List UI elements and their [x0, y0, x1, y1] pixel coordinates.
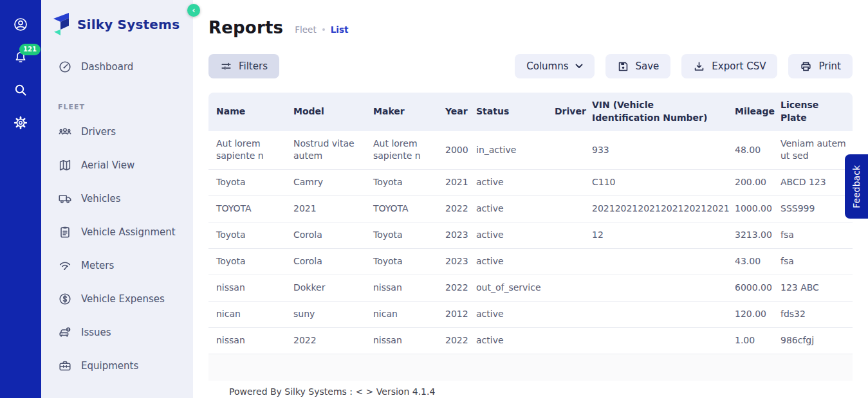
table-cell: nissan	[208, 275, 286, 301]
sidebar-item-vehicle-expenses[interactable]: Vehicle Expenses	[41, 282, 193, 316]
printer-icon	[800, 60, 812, 73]
table-row[interactable]: Toyota Corola Toyota 2023 active 43.00 f…	[208, 249, 853, 275]
column-header-license-plate[interactable]: License Plate	[773, 93, 853, 131]
table-header-row: Name Model Maker Year Status Driver VIN …	[208, 93, 853, 131]
search-icon[interactable]	[13, 82, 28, 98]
table-cell: active	[468, 328, 547, 354]
table-body: Aut lorem sapiente n Nostrud vitae autem…	[208, 131, 853, 354]
table-cell	[584, 328, 727, 354]
sidebar: Silky Systems Dashboard FLEET Drivers	[41, 0, 193, 398]
feedback-tab[interactable]: Feedback	[845, 154, 868, 219]
clipboard-icon	[58, 225, 72, 239]
sidebar-item-equipments[interactable]: Equipments	[41, 349, 193, 383]
table-cell: fsa	[773, 222, 853, 248]
table-cell	[584, 275, 727, 301]
table-cell: 2012	[438, 302, 468, 327]
column-header-vin[interactable]: VIN (Vehicle Identification Number)	[584, 93, 727, 131]
toolbar-actions: Columns Save Export CSV	[515, 54, 853, 78]
sidebar-item-label: Vehicle Assignment	[81, 226, 176, 238]
column-header-driver[interactable]: Driver	[547, 93, 584, 131]
column-header-mileage[interactable]: Mileage	[727, 93, 773, 131]
breadcrumb: Fleet List	[295, 21, 348, 35]
columns-dropdown-button[interactable]: Columns	[515, 54, 594, 78]
notifications-bell-icon[interactable]: 121	[13, 50, 28, 65]
sidebar-item-issues[interactable]: Issues	[41, 316, 193, 349]
table-cell: 6000.00	[727, 275, 773, 301]
column-header-status[interactable]: Status	[468, 93, 547, 131]
table-cell: 2022	[438, 328, 468, 354]
table-cell: active	[468, 196, 547, 222]
powered-by-footer: Powered By Silky Systems : < > Version 4…	[229, 386, 435, 397]
table-row[interactable]: Toyota Corola Toyota 2023 active 12 3213…	[208, 222, 853, 249]
sidebar-item-meters[interactable]: Meters	[41, 249, 193, 282]
sidebar-item-label: Vehicle Expenses	[81, 293, 165, 305]
table-cell: 1000.00	[727, 196, 773, 222]
sidebar-item-drivers[interactable]: Drivers	[41, 115, 193, 149]
sidebar-item-label: Drivers	[81, 126, 116, 138]
brand-logo[interactable]: Silky Systems	[41, 0, 193, 40]
table-empty-filler	[208, 354, 853, 381]
sidebar-item-vehicle-assignment[interactable]: Vehicle Assignment	[41, 215, 193, 249]
sidebar-item-label: Vehicles	[81, 193, 120, 204]
export-csv-button[interactable]: Export CSV	[681, 54, 777, 78]
sidebar-item-label: Meters	[81, 260, 114, 271]
table-cell: Camry	[286, 170, 365, 195]
table-cell: nissan	[365, 328, 438, 354]
sidebar-item-label: Aerial View	[81, 159, 134, 171]
table-cell: Nostrud vitae autem	[286, 131, 365, 169]
table-cell: Toyota	[365, 170, 438, 195]
print-button[interactable]: Print	[788, 54, 853, 78]
table-cell: nissan	[365, 275, 438, 301]
table-cell: Toyota	[365, 222, 438, 248]
table-cell: 2023	[438, 222, 468, 248]
columns-button-label: Columns	[526, 60, 568, 72]
table-cell: 2021	[438, 170, 468, 195]
table-cell: C110	[584, 170, 727, 195]
brand-logo-icon	[51, 12, 71, 37]
table-cell: nican	[365, 302, 438, 327]
table-cell: 200.00	[727, 170, 773, 195]
print-button-label: Print	[818, 60, 841, 72]
table-cell: suny	[286, 302, 365, 327]
table-cell: 2021	[286, 196, 365, 222]
table-row[interactable]: Aut lorem sapiente n Nostrud vitae autem…	[208, 131, 853, 170]
column-header-model[interactable]: Model	[286, 93, 365, 131]
table-row[interactable]: TOYOTA 2021 TOYOTA 2022 active 202120212…	[208, 196, 853, 222]
column-header-year[interactable]: Year	[438, 93, 468, 131]
sidebar-section-fleet: FLEET	[41, 103, 193, 111]
sidebar-item-aerial-view[interactable]: Aerial View	[41, 149, 193, 182]
sidebar-collapse-button[interactable]: ‹	[187, 4, 200, 17]
table-row[interactable]: nissan 2022 nissan 2022 active 1.00 986c…	[208, 328, 853, 354]
table-cell: Toyota	[208, 222, 286, 248]
breadcrumb-parent: Fleet	[295, 24, 316, 35]
table-cell: Aut lorem sapiente n	[208, 131, 286, 169]
main-content: Reports Fleet List Filters Columns	[193, 0, 868, 398]
profile-icon[interactable]	[13, 17, 28, 32]
breadcrumb-current[interactable]: List	[331, 24, 349, 35]
column-header-maker[interactable]: Maker	[365, 93, 438, 131]
table-cell: TOYOTA	[208, 196, 286, 222]
save-button-label: Save	[636, 60, 660, 72]
table-cell: 2022	[286, 328, 365, 354]
table-row[interactable]: nissan Dokker nissan 2022 out_of_service…	[208, 275, 853, 302]
table-cell: Veniam autem ut sed	[773, 131, 853, 169]
column-header-name[interactable]: Name	[208, 93, 286, 131]
table-cell: SSS999	[773, 196, 853, 222]
table-cell: nican	[208, 302, 286, 327]
table-row[interactable]: nican suny nican 2012 active 120.00 fds3…	[208, 302, 853, 328]
sidebar-item-dashboard[interactable]: Dashboard	[41, 50, 193, 84]
table-row[interactable]: Toyota Camry Toyota 2021 active C110 200…	[208, 170, 853, 196]
filters-button[interactable]: Filters	[208, 54, 279, 78]
table-cell: 2000	[438, 131, 468, 169]
table-cell: 43.00	[727, 249, 773, 275]
table-cell	[584, 302, 727, 327]
sidebar-item-vehicles[interactable]: Vehicles	[41, 182, 193, 215]
settings-gear-icon[interactable]	[13, 115, 28, 131]
save-button[interactable]: Save	[605, 54, 671, 78]
page-title: Reports	[208, 18, 283, 37]
table-cell: 986cfgj	[773, 328, 853, 354]
table-cell: Toyota	[208, 249, 286, 275]
dollar-circle-icon	[58, 292, 72, 306]
table-cell	[547, 249, 584, 275]
sidebar-item-label: Equipments	[81, 360, 138, 372]
